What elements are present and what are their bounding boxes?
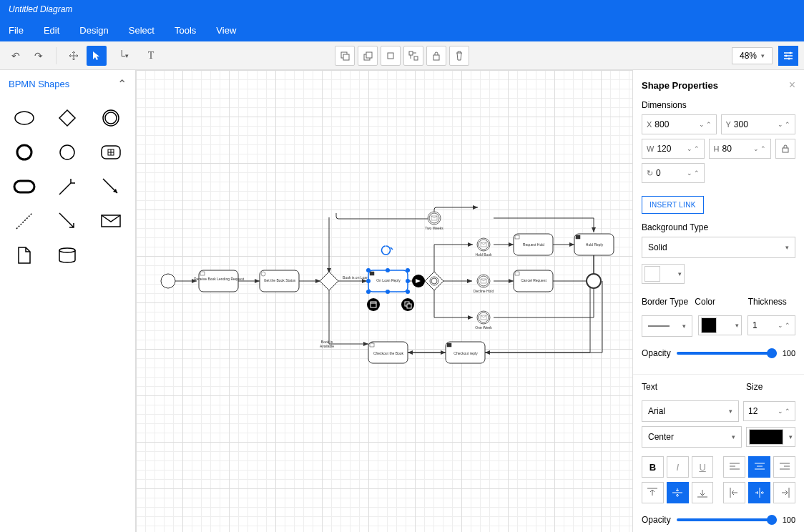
shape-arrow[interactable]	[89, 169, 132, 204]
shape-dotted-line[interactable]	[3, 204, 46, 238]
svg-point-20	[59, 248, 75, 252]
opacity-slider[interactable]	[677, 352, 777, 355]
text-color-select[interactable]: ▾	[746, 427, 795, 447]
svg-rect-71	[447, 343, 451, 347]
svg-rect-6	[414, 56, 418, 60]
align-right-button[interactable]	[773, 456, 795, 478]
event-twoweeks[interactable]	[428, 212, 441, 225]
shape-envelope[interactable]	[89, 204, 132, 238]
valign-bottom-button[interactable]	[692, 482, 714, 503]
shape-rounded-rect[interactable]	[89, 135, 132, 169]
text-label: Text	[642, 382, 740, 392]
undo-button[interactable]: ↶	[6, 46, 26, 66]
align-left-button[interactable]	[723, 456, 745, 478]
italic-button[interactable]: I	[667, 456, 689, 478]
underline-button[interactable]: U	[692, 456, 714, 478]
dimensions-label: Dimensions	[642, 100, 795, 110]
menu-view[interactable]: View	[216, 25, 236, 36]
shape-document[interactable]	[3, 238, 46, 272]
copy-button[interactable]	[335, 46, 355, 66]
redo-button[interactable]: ↷	[29, 46, 49, 66]
collapse-icon: ⌃	[117, 77, 127, 91]
shape-circle[interactable]	[46, 135, 89, 169]
border-style-select[interactable]: ▾	[642, 315, 692, 337]
paste-button[interactable]	[358, 46, 378, 66]
svg-text:Decline Hold: Decline Hold	[474, 289, 494, 293]
shape-thick-circle[interactable]	[3, 135, 46, 169]
bg-type-select[interactable]: Solid▾	[642, 237, 795, 258]
font-size-input[interactable]: 12⌄⌃	[743, 401, 795, 421]
group-button[interactable]	[403, 46, 423, 66]
svg-rect-18	[14, 181, 34, 192]
shape-database[interactable]	[46, 238, 89, 272]
menu-file[interactable]: File	[9, 25, 24, 36]
rotate-input[interactable]: ↻0⌄⌃	[642, 163, 705, 183]
svg-text:Checkout reply: Checkout reply	[454, 351, 478, 355]
valign-top-button[interactable]	[642, 482, 664, 503]
shape-line-angled[interactable]	[46, 169, 89, 204]
text-opacity-slider[interactable]	[677, 518, 777, 521]
y-input[interactable]: Y300⌄⌃	[721, 114, 796, 134]
svg-point-14	[17, 145, 31, 159]
shape-open-arrow[interactable]	[46, 204, 89, 238]
diagram-canvas[interactable]: Book is on Loan Book is Available	[136, 70, 632, 532]
halign-left-button[interactable]	[723, 482, 745, 503]
svg-point-35	[366, 290, 371, 294]
thickness-input[interactable]: 1⌄⌃	[747, 315, 795, 335]
svg-point-37	[406, 290, 410, 294]
zoom-value: 48%	[740, 51, 757, 61]
lock-button[interactable]	[426, 46, 446, 66]
w-input[interactable]: W120⌄⌃	[642, 139, 705, 159]
cut-button[interactable]	[381, 46, 401, 66]
shape-double-circle[interactable]	[89, 101, 132, 135]
pan-button[interactable]	[64, 46, 84, 66]
align-select[interactable]: Center▾	[642, 426, 742, 448]
shape-ellipse[interactable]	[3, 101, 46, 135]
chevron-down-icon: ▾	[761, 52, 765, 59]
menu-edit[interactable]: Edit	[44, 25, 59, 36]
halign-center-button[interactable]	[748, 482, 770, 503]
x-input[interactable]: X800⌄⌃	[642, 114, 717, 134]
sidebar-header[interactable]: BPMN Shapes ⌃	[0, 70, 135, 98]
border-color-select[interactable]: ▾	[698, 315, 742, 335]
opacity-label: Opacity	[642, 348, 671, 358]
connector-button[interactable]: └ ▾	[109, 46, 138, 66]
svg-text:One Week: One Week	[475, 325, 492, 330]
font-select[interactable]: Arial▾	[642, 400, 739, 422]
event-oneweek[interactable]	[477, 311, 490, 324]
menu-design[interactable]: Design	[79, 25, 108, 36]
halign-right-button[interactable]	[773, 482, 795, 503]
bg-color-select[interactable]: ▾	[642, 264, 685, 284]
gateway-2[interactable]	[425, 272, 443, 290]
svg-point-15	[60, 145, 74, 159]
event-declinehold[interactable]	[477, 275, 490, 287]
svg-rect-67	[576, 235, 580, 239]
gateway-1[interactable]	[320, 272, 338, 290]
end-event[interactable]	[587, 274, 601, 288]
pointer-button[interactable]	[87, 46, 107, 66]
close-properties-button[interactable]: ×	[789, 79, 795, 92]
zoom-select[interactable]: 48% ▾	[732, 47, 773, 64]
h-input[interactable]: H80⌄⌃	[709, 139, 772, 159]
shape-stadium[interactable]	[3, 169, 46, 204]
svg-text:Hold Book: Hold Book	[475, 252, 492, 257]
event-holdbook[interactable]	[477, 238, 490, 251]
svg-rect-5	[409, 51, 413, 55]
opacity-value: 100	[783, 349, 795, 358]
aspect-lock-button[interactable]	[775, 139, 795, 159]
align-center-button[interactable]	[748, 456, 770, 478]
settings-button[interactable]	[778, 46, 798, 66]
delete-button[interactable]	[449, 46, 469, 66]
svg-text:Get the Book Status: Get the Book Status	[264, 278, 296, 282]
insert-link-button[interactable]: INSERT LINK	[642, 196, 704, 214]
valign-middle-button[interactable]	[667, 482, 689, 503]
shapes-sidebar: BPMN Shapes ⌃	[0, 70, 136, 532]
svg-point-33	[366, 279, 371, 283]
bold-button[interactable]: B	[642, 456, 664, 478]
menu-tools[interactable]: Tools	[175, 25, 196, 36]
menu-select[interactable]: Select	[129, 25, 155, 36]
text-button[interactable]: T	[141, 46, 161, 66]
svg-rect-3	[366, 52, 372, 58]
shape-diamond[interactable]	[46, 101, 89, 135]
start-event[interactable]	[161, 274, 175, 288]
